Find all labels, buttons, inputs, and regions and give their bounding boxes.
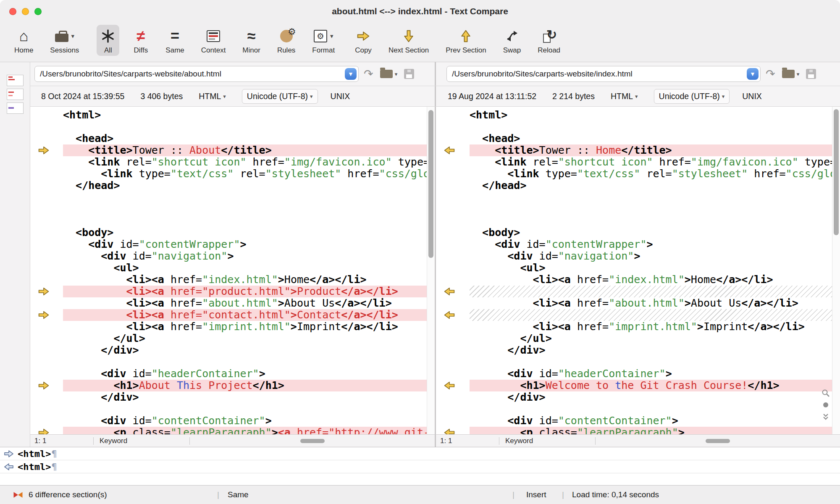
diff-left-arrow-icon[interactable] [443,310,456,320]
chevron-down-icon[interactable]: ▾ [797,71,800,77]
minimap-thumbnail[interactable] [7,75,24,86]
scrollbar-thumb[interactable] [706,439,730,443]
code-text[interactable] [470,286,840,297]
scrollbar-thumb[interactable] [300,439,325,443]
code-text[interactable]: <link rel="shortcut icon" href="img/favi… [470,156,840,168]
minimap-thumbnail[interactable] [7,102,24,114]
prev-section-button[interactable]: Prev Section [442,25,489,56]
filter-context-button[interactable]: Context [198,25,229,56]
code-text[interactable] [63,203,435,215]
code-text[interactable]: <li><a href="product.html">Product</a></… [63,286,435,297]
filter-diffs-button[interactable]: ≠ Diffs [129,25,152,56]
code-text[interactable]: </div> [470,391,840,403]
code-text[interactable]: <html> [470,109,840,121]
code-text[interactable]: <title>Tower :: About</title> [63,144,435,156]
code-text[interactable]: <head> [63,133,435,144]
diff-left-arrow-icon[interactable] [443,286,456,297]
rules-button[interactable]: ⚙ Rules [274,25,299,56]
code-text[interactable] [63,215,435,227]
code-text[interactable]: <link rel="shortcut icon" href="img/favi… [63,156,435,168]
code-text[interactable]: <link type="text/css" rel="stylesheet" h… [63,168,435,180]
code-text[interactable]: <div id="contentWrapper"> [470,239,840,250]
filter-minor-button[interactable]: ≈ Minor [239,25,264,56]
folder-icon[interactable] [782,70,795,78]
copy-button[interactable]: Copy [352,25,375,56]
left-horizontal-scrollbar[interactable] [190,435,435,447]
close-button[interactable] [9,8,16,15]
code-text[interactable] [470,309,840,321]
code-text[interactable]: <html> [63,109,435,121]
filter-same-button[interactable]: = Same [162,25,187,56]
sessions-button[interactable]: ▾ Sessions [47,25,82,56]
right-vertical-scrollbar[interactable] [832,107,840,434]
code-text[interactable]: <body> [470,227,840,239]
code-text[interactable]: <p class="learnParagraph"><a href="http:… [63,427,435,434]
right-path-dropdown-button[interactable]: ▼ [747,68,759,80]
redo-arrow-icon[interactable]: ↷ [766,68,775,80]
code-text[interactable]: </ul> [470,333,840,344]
minimize-button[interactable] [22,8,29,15]
filter-all-button[interactable]: All [97,25,119,56]
diff-preview-line[interactable]: <html>¶ [0,460,840,473]
diff-left-arrow-icon[interactable] [443,145,456,155]
home-button[interactable]: ⌂ Home [11,25,37,56]
redo-arrow-icon[interactable]: ↷ [364,68,373,80]
left-file-path-input[interactable] [34,66,359,82]
code-text[interactable]: </ul> [63,333,435,344]
code-text[interactable]: </div> [63,391,435,403]
right-encoding-dropdown[interactable]: Unicode (UTF-8)▾ [654,89,730,104]
diff-right-arrow-icon[interactable] [37,381,50,391]
code-text[interactable]: <div id="navigation"> [63,250,435,262]
dot-icon[interactable] [822,401,830,409]
right-horizontal-scrollbar[interactable] [596,435,840,447]
code-text[interactable]: <h1>About This Project</h1> [63,380,435,391]
code-text[interactable]: <div id="contentContainer"> [470,415,840,427]
code-text[interactable]: <body> [63,227,435,239]
left-vertical-scrollbar[interactable] [427,107,435,434]
scrollbar-thumb[interactable] [834,109,839,235]
code-text[interactable]: <h1>Welcome to the Git Crash Course!</h1… [470,380,840,391]
code-text[interactable] [63,356,435,368]
code-text[interactable]: <li><a href="imprint.html">Imprint</a></… [470,321,840,333]
code-text[interactable] [63,403,435,415]
diff-left-arrow-icon[interactable] [443,428,456,434]
diff-right-arrow-icon[interactable] [37,286,50,297]
code-text[interactable] [63,192,435,203]
scrollbar-thumb[interactable] [428,110,433,258]
left-syntax-dropdown[interactable]: HTML▾ [199,92,226,101]
code-text[interactable]: <div id="headerContainer"> [470,368,840,380]
code-text[interactable]: <title>Tower :: Home</title> [470,144,840,156]
code-text[interactable]: <div id="headerContainer"> [63,368,435,380]
code-text[interactable] [470,203,840,215]
diff-right-arrow-icon[interactable] [37,310,50,320]
format-button[interactable]: ⚙▾ Format [309,25,338,56]
code-text[interactable] [470,192,840,203]
code-text[interactable]: <div id="contentWrapper"> [63,239,435,250]
diff-right-arrow-icon[interactable] [37,428,50,434]
diff-preview-line[interactable]: <html>¶ [0,447,840,460]
code-text[interactable] [470,356,840,368]
left-path-dropdown-button[interactable]: ▼ [345,68,357,80]
code-text[interactable]: </head> [470,180,840,192]
code-text[interactable]: <p class="learnParagraph"> [470,427,840,434]
code-text[interactable]: <ul> [63,262,435,274]
right-file-path-input[interactable] [446,66,761,82]
next-section-button[interactable]: Next Section [385,25,432,56]
code-text[interactable]: <ul> [470,262,840,274]
minimap-thumbnail[interactable] [7,89,24,100]
folder-icon[interactable] [380,70,393,78]
code-text[interactable]: </div> [470,344,840,356]
code-text[interactable]: <li><a href="index.html">Home</a></li> [63,274,435,286]
diff-right-arrow-icon[interactable] [37,145,50,155]
code-text[interactable] [470,215,840,227]
code-text[interactable]: <li><a href="contact.html">Contact</a></… [63,309,435,321]
code-text[interactable]: <li><a href="about.html">About Us</a></l… [470,297,840,309]
double-chevron-down-icon[interactable] [822,412,830,421]
right-syntax-dropdown[interactable]: HTML▾ [611,92,638,101]
reload-button[interactable]: ↻ Reload [534,25,564,56]
code-text[interactable]: <li><a href="about.html">About Us</a></l… [63,297,435,309]
chevron-down-icon[interactable]: ▾ [395,71,398,77]
left-code-editor[interactable]: <html> <head> <title>Tower :: About</tit… [30,107,435,434]
diff-left-arrow-icon[interactable] [443,381,456,391]
save-icon[interactable] [806,69,816,79]
